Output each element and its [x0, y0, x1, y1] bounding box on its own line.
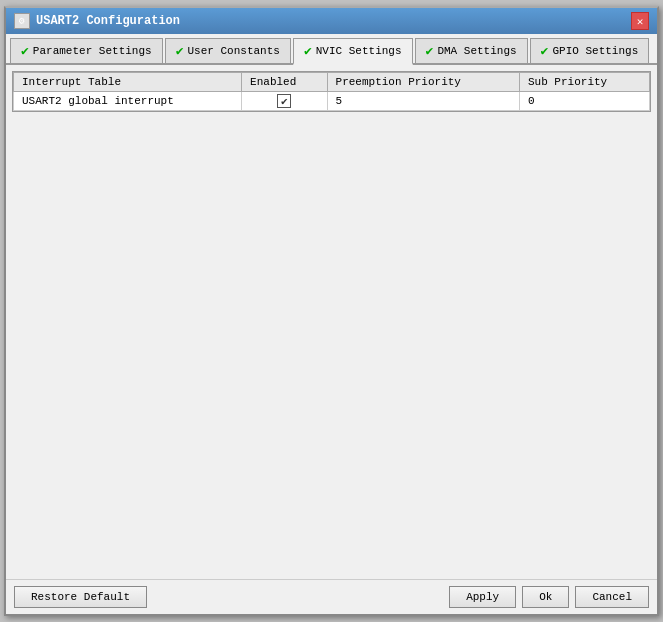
tab-gpio-settings[interactable]: ✔ GPIO Settings	[530, 38, 650, 63]
tab-label: Parameter Settings	[33, 45, 152, 57]
tab-nvic-settings[interactable]: ✔ NVIC Settings	[293, 38, 413, 65]
table-row: USART2 global interrupt ✔ 5 0	[14, 92, 650, 111]
table-header-row: Interrupt Table Enabled Preemption Prior…	[14, 73, 650, 92]
cell-preemption-priority[interactable]: 5	[327, 92, 519, 111]
footer-right-buttons: Apply Ok Cancel	[449, 586, 649, 608]
tab-check-icon: ✔	[21, 43, 29, 59]
tab-label: DMA Settings	[437, 45, 516, 57]
cell-sub-priority[interactable]: 0	[519, 92, 649, 111]
col-header-preemption-priority: Preemption Priority	[327, 73, 519, 92]
ok-button[interactable]: Ok	[522, 586, 569, 608]
tab-user-constants[interactable]: ✔ User Constants	[165, 38, 291, 63]
window-icon: ⚙	[14, 13, 30, 29]
tab-label: GPIO Settings	[552, 45, 638, 57]
col-header-interrupt-table: Interrupt Table	[14, 73, 242, 92]
restore-default-button[interactable]: Restore Default	[14, 586, 147, 608]
tab-check-icon: ✔	[426, 43, 434, 59]
tab-check-icon: ✔	[176, 43, 184, 59]
table-container: Interrupt Table Enabled Preemption Prior…	[12, 71, 651, 112]
enabled-checkbox[interactable]: ✔	[277, 94, 291, 108]
tab-label: NVIC Settings	[316, 45, 402, 57]
tab-check-icon: ✔	[541, 43, 549, 59]
content-area: Interrupt Table Enabled Preemption Prior…	[6, 65, 657, 579]
col-header-enabled: Enabled	[242, 73, 327, 92]
cell-interrupt-name: USART2 global interrupt	[14, 92, 242, 111]
tab-dma-settings[interactable]: ✔ DMA Settings	[415, 38, 528, 63]
interrupt-table: Interrupt Table Enabled Preemption Prior…	[13, 72, 650, 111]
table-wrapper: Interrupt Table Enabled Preemption Prior…	[12, 71, 651, 573]
apply-button[interactable]: Apply	[449, 586, 516, 608]
tab-label: User Constants	[187, 45, 279, 57]
window-title: USART2 Configuration	[36, 14, 180, 28]
title-bar-left: ⚙ USART2 Configuration	[14, 13, 180, 29]
close-button[interactable]: ✕	[631, 12, 649, 30]
footer-bar: Restore Default Apply Ok Cancel	[6, 579, 657, 614]
cell-enabled: ✔	[242, 92, 327, 111]
col-header-sub-priority: Sub Priority	[519, 73, 649, 92]
tab-bar: ✔ Parameter Settings ✔ User Constants ✔ …	[6, 34, 657, 65]
cancel-button[interactable]: Cancel	[575, 586, 649, 608]
tab-check-icon: ✔	[304, 43, 312, 59]
tab-parameter-settings[interactable]: ✔ Parameter Settings	[10, 38, 163, 63]
title-bar: ⚙ USART2 Configuration ✕	[6, 8, 657, 34]
main-window: ⚙ USART2 Configuration ✕ ✔ Parameter Set…	[4, 6, 659, 616]
